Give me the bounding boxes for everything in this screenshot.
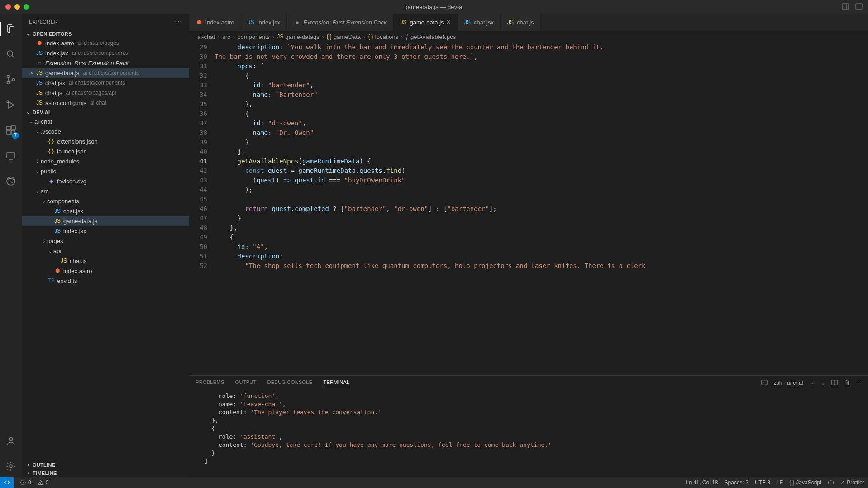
- close-window-button[interactable]: [5, 4, 11, 10]
- window-controls[interactable]: [5, 4, 29, 10]
- new-terminal-icon[interactable]: ＋: [810, 380, 815, 387]
- code-line[interactable]: The bar is not very crowded and there ar…: [215, 52, 868, 62]
- panel-tab-terminal[interactable]: TERMINAL: [323, 379, 349, 387]
- workspace-header[interactable]: ⌄ DEV-AI: [22, 108, 189, 116]
- terminal-output[interactable]: role: 'function', name: 'leave-chat', co…: [189, 390, 868, 477]
- open-editor-item[interactable]: JSchat.jsai-chat/src/pages/api: [22, 88, 189, 98]
- folder-item[interactable]: ⌄ai-chat: [22, 116, 189, 126]
- folder-item[interactable]: ⌄components: [22, 196, 189, 206]
- folder-item[interactable]: ›node_modules: [22, 156, 189, 166]
- kill-terminal-icon[interactable]: [844, 379, 850, 387]
- editor-tab[interactable]: ⬢index.astro: [189, 14, 241, 31]
- status-prettier[interactable]: ✓ Prettier: [840, 479, 864, 486]
- edge-activity[interactable]: [0, 170, 22, 192]
- editor-tab[interactable]: JSchat.jsx: [458, 14, 501, 31]
- file-item[interactable]: { }launch.json: [22, 146, 189, 156]
- folder-item[interactable]: ⌄.vscode: [22, 126, 189, 136]
- file-item[interactable]: ⬢index.astro: [22, 266, 189, 276]
- status-errors[interactable]: 0: [20, 479, 31, 486]
- code-content[interactable]: description: `You walk into the bar and …: [215, 43, 868, 375]
- file-item[interactable]: JSindex.jsx: [22, 226, 189, 236]
- status-feedback-icon[interactable]: [828, 479, 834, 486]
- open-editor-item[interactable]: JSindex.jsxai-chat/src/components: [22, 48, 189, 58]
- close-tab-icon[interactable]: ×: [447, 19, 451, 26]
- source-control-activity[interactable]: [0, 69, 22, 91]
- editor-tab[interactable]: JSchat.js: [501, 14, 541, 31]
- code-line[interactable]: {: [215, 71, 868, 81]
- status-spaces[interactable]: Spaces: 2: [725, 479, 749, 486]
- breadcrumb-segment[interactable]: game-data.js: [285, 33, 319, 40]
- folder-item[interactable]: ⌄public: [22, 166, 189, 176]
- breadcrumb-segment[interactable]: ai-chat: [197, 33, 215, 40]
- explorer-activity[interactable]: [0, 18, 22, 40]
- maximize-window-button[interactable]: [24, 4, 29, 10]
- editor-tab[interactable]: ≡Extension: Rust Extension Pack: [287, 14, 393, 31]
- code-line[interactable]: description:: [215, 252, 868, 261]
- editor-body[interactable]: 2930313233343536373839404142434445464748…: [189, 43, 868, 375]
- breadcrumb-segment[interactable]: src: [222, 33, 230, 40]
- code-line[interactable]: }: [215, 214, 868, 223]
- file-item[interactable]: JSgame-data.js: [22, 216, 189, 226]
- code-line[interactable]: },: [215, 223, 868, 233]
- explorer-more-icon[interactable]: ⋯: [175, 17, 182, 26]
- breadcrumb-segment[interactable]: components: [238, 33, 270, 40]
- breadcrumb-segment[interactable]: gameData: [334, 33, 361, 40]
- code-line[interactable]: id: "4",: [215, 242, 868, 252]
- terminal-dropdown-icon[interactable]: ⌄: [821, 380, 825, 386]
- folder-item[interactable]: ⌄pages: [22, 236, 189, 246]
- minimize-window-button[interactable]: [14, 4, 20, 10]
- code-line[interactable]: description: `You walk into the bar and …: [215, 43, 868, 52]
- accounts-activity[interactable]: [0, 430, 22, 452]
- open-editor-item[interactable]: ≡Extension: Rust Extension Pack: [22, 58, 189, 68]
- editor-tab[interactable]: JSgame-data.js×: [393, 14, 458, 31]
- extensions-activity[interactable]: 7: [0, 120, 22, 141]
- status-warnings[interactable]: 0: [38, 479, 49, 486]
- panel-more-icon[interactable]: ⋯: [857, 380, 862, 386]
- breadcrumbs[interactable]: ai-chat›src›components›JSgame-data.js›{ …: [189, 31, 868, 43]
- panel-tab-problems[interactable]: PROBLEMS: [196, 379, 224, 387]
- code-line[interactable]: id: "dr-owen",: [215, 119, 868, 128]
- code-line[interactable]: }: [215, 138, 868, 147]
- code-line[interactable]: ],: [215, 147, 868, 157]
- open-editor-item[interactable]: ⬢index.astroai-chat/src/pages: [22, 38, 189, 48]
- code-line[interactable]: name: "Dr. Owen": [215, 128, 868, 138]
- status-encoding[interactable]: UTF-8: [755, 479, 770, 486]
- open-editor-item[interactable]: ×JSgame-data.jsai-chat/src/components: [22, 68, 189, 78]
- file-item[interactable]: TSenv.d.ts: [22, 276, 189, 286]
- code-line[interactable]: },: [215, 100, 868, 109]
- code-line[interactable]: [215, 195, 868, 204]
- code-line[interactable]: id: "bartender",: [215, 81, 868, 90]
- code-line[interactable]: (quest) => quest.id === "buyDrOwenDrink": [215, 176, 868, 185]
- layout-customize-icon[interactable]: [855, 3, 863, 11]
- file-item[interactable]: ◆favicon.svg: [22, 176, 189, 186]
- remote-activity[interactable]: [0, 145, 22, 167]
- outline-header[interactable]: › OUTLINE: [22, 461, 189, 469]
- file-item[interactable]: { }extensions.json: [22, 136, 189, 146]
- code-line[interactable]: name: "Bartender": [215, 90, 868, 100]
- split-terminal-icon[interactable]: [831, 379, 838, 387]
- breadcrumb-segment[interactable]: getAvailableNpcs: [410, 33, 456, 40]
- panel-tab-output[interactable]: OUTPUT: [235, 379, 257, 387]
- code-line[interactable]: "The shop sells tech equipment like quan…: [215, 261, 868, 271]
- timeline-header[interactable]: › TIMELINE: [22, 469, 189, 477]
- file-item[interactable]: JSchat.jsx: [22, 206, 189, 216]
- status-cursor[interactable]: Ln 41, Col 18: [686, 479, 718, 486]
- code-line[interactable]: npcs: [: [215, 62, 868, 71]
- code-line[interactable]: );: [215, 185, 868, 195]
- editor-tab[interactable]: JSindex.jsx: [241, 14, 287, 31]
- folder-item[interactable]: ⌄api: [22, 246, 189, 256]
- open-editors-header[interactable]: ⌄ OPEN EDITORS: [22, 29, 189, 38]
- code-line[interactable]: {: [215, 233, 868, 242]
- file-item[interactable]: JSchat.js: [22, 256, 189, 266]
- code-line[interactable]: {: [215, 109, 868, 119]
- search-activity[interactable]: [0, 43, 22, 65]
- code-line[interactable]: const quest = gameRuntimeData.quests.fin…: [215, 166, 868, 176]
- debug-activity[interactable]: [0, 94, 22, 116]
- settings-activity[interactable]: [0, 455, 22, 477]
- breadcrumb-segment[interactable]: locations: [375, 33, 398, 40]
- code-line[interactable]: return quest.completed ? ["bartender", "…: [215, 204, 868, 214]
- status-eol[interactable]: LF: [777, 479, 783, 486]
- terminal-launch-icon[interactable]: [761, 379, 768, 387]
- remote-indicator[interactable]: [0, 477, 14, 488]
- status-language[interactable]: { } JavaScript: [789, 479, 821, 486]
